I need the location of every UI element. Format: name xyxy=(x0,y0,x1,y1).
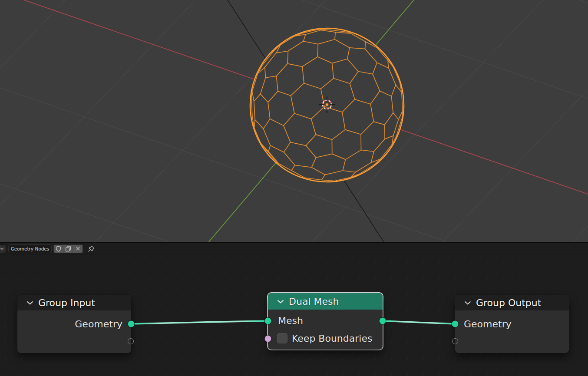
node-canvas[interactable]: Group Input Geometry Dual Mesh Mesh Keep… xyxy=(0,255,588,376)
input-row-geometry: Geometry xyxy=(464,317,569,330)
shield-icon xyxy=(56,246,61,252)
node-group-output-header[interactable]: Group Output xyxy=(455,295,569,310)
socket-dual-mesh-output[interactable] xyxy=(380,318,386,324)
node-group-input-header[interactable]: Group Input xyxy=(17,295,131,310)
socket-group-input-virtual[interactable] xyxy=(128,338,134,344)
input-row-mesh: Mesh xyxy=(278,314,383,327)
node-title: Dual Mesh xyxy=(289,296,339,307)
socket-group-input-geometry-output[interactable] xyxy=(128,321,135,327)
node-editor-header: Geometry Nodes xyxy=(0,243,588,254)
output-row-geometry: Geometry xyxy=(17,317,122,330)
socket-label: Geometry xyxy=(464,319,512,330)
socket-label: Mesh xyxy=(278,315,303,326)
node-tree-browse-button[interactable] xyxy=(0,244,6,253)
chevron-down-icon[interactable] xyxy=(26,301,33,305)
node-dual-mesh-header[interactable]: Dual Mesh xyxy=(268,293,383,310)
pin-toggle-button[interactable] xyxy=(87,244,96,253)
chevron-down-icon[interactable] xyxy=(464,301,471,305)
close-icon xyxy=(76,246,80,251)
blender-window: Geometry Nodes xyxy=(0,0,588,376)
unlink-datablock-button[interactable] xyxy=(73,245,83,253)
node-tree-name: Geometry Nodes xyxy=(11,246,50,251)
node-tree-datablock-buttons xyxy=(53,244,83,253)
socket-dual-mesh-mesh-input[interactable] xyxy=(265,318,271,324)
node-title: Group Input xyxy=(38,297,95,308)
link-dual-mesh-to-group-output[interactable] xyxy=(383,321,455,324)
socket-group-output-geometry-input[interactable] xyxy=(452,321,459,327)
socket-label: Keep Boundaries xyxy=(292,333,372,344)
chevron-down-icon xyxy=(0,247,4,250)
node-title: Group Output xyxy=(476,297,541,308)
node-dual-mesh[interactable]: Dual Mesh Mesh Keep Boundaries xyxy=(268,293,383,350)
fake-user-shield-button[interactable] xyxy=(54,245,63,253)
copy-icon xyxy=(65,246,71,252)
pin-icon xyxy=(88,245,95,252)
geometry-nodes-editor: Geometry Nodes xyxy=(0,242,588,376)
node-group-output[interactable]: Group Output Geometry xyxy=(455,295,569,353)
3d-viewport[interactable] xyxy=(0,0,588,242)
chevron-down-icon[interactable] xyxy=(277,300,284,303)
socket-group-output-virtual[interactable] xyxy=(452,338,458,344)
node-group-input[interactable]: Group Input Geometry xyxy=(17,295,131,353)
input-row-keep-boundaries: Keep Boundaries xyxy=(277,332,383,345)
socket-dual-mesh-keep-boundaries-input[interactable] xyxy=(265,336,271,342)
keep-boundaries-checkbox[interactable] xyxy=(277,333,287,343)
duplicate-datablock-button[interactable] xyxy=(63,245,73,253)
object-origin-dot xyxy=(326,103,329,106)
link-group-input-to-dual-mesh[interactable] xyxy=(131,321,268,324)
socket-label: Geometry xyxy=(75,319,122,330)
node-tree-name-field[interactable]: Geometry Nodes xyxy=(8,244,52,253)
